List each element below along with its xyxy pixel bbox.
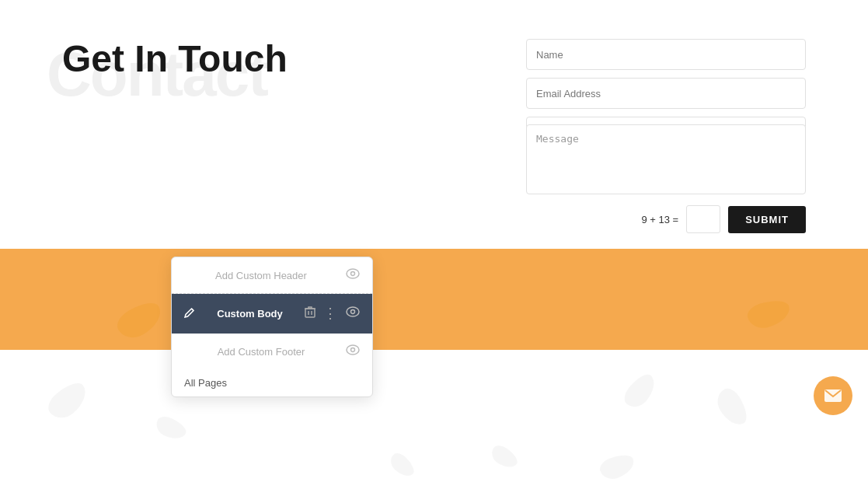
- bottom-section: [0, 372, 868, 489]
- message-input[interactable]: [526, 124, 806, 194]
- decorative-shape: [713, 385, 752, 430]
- chat-fab[interactable]: [814, 376, 852, 415]
- trash-icon[interactable]: [305, 306, 315, 320]
- decorative-shape: [387, 450, 418, 481]
- decorative-shape: [598, 451, 638, 483]
- form-footer: 9 + 13 = SUBMIT: [526, 205, 806, 233]
- submit-button[interactable]: SUBMIT: [728, 206, 806, 233]
- all-pages-row[interactable]: All Pages: [172, 369, 372, 396]
- decorative-shape: [745, 296, 793, 331]
- pencil-icon[interactable]: [184, 307, 195, 320]
- custom-body-row: Custom Body ⋮: [172, 294, 372, 334]
- decorative-shape: [113, 296, 167, 344]
- custom-footer-row: Add Custom Footer: [172, 334, 372, 369]
- svg-point-7: [351, 348, 355, 352]
- envelope-icon: [824, 389, 842, 402]
- decorative-shape: [620, 370, 661, 413]
- decorative-shape: [44, 377, 92, 424]
- contact-left: Contact Get In Touch: [62, 31, 479, 80]
- custom-body-label: Custom Body: [203, 308, 297, 320]
- svg-point-2: [351, 272, 355, 276]
- email-input[interactable]: [526, 78, 806, 109]
- svg-point-1: [347, 269, 359, 278]
- eye-icon-header[interactable]: [346, 268, 360, 282]
- eye-icon-body[interactable]: [346, 306, 360, 320]
- custom-header-label: Add Custom Header: [184, 270, 338, 281]
- captcha-text: 9 + 13 =: [641, 214, 678, 225]
- svg-rect-3: [305, 309, 315, 317]
- all-pages-label: All Pages: [184, 377, 227, 389]
- svg-point-6: [347, 345, 359, 355]
- eye-icon-footer[interactable]: [346, 344, 360, 358]
- svg-point-5: [351, 310, 355, 314]
- more-options-icon[interactable]: ⋮: [323, 305, 338, 322]
- decorative-shape: [153, 414, 189, 444]
- decorative-shape: [488, 442, 521, 473]
- message-area: 9 + 13 = SUBMIT: [526, 124, 806, 233]
- name-input[interactable]: [526, 39, 806, 70]
- captcha-input[interactable]: [686, 205, 720, 233]
- page-background: Contact Get In Touch Subject ▾ 9 + 13 = …: [0, 0, 868, 489]
- svg-point-4: [347, 307, 359, 316]
- overlay-panel: Add Custom Header Custom Body: [171, 257, 373, 397]
- custom-footer-label: Add Custom Footer: [184, 346, 338, 358]
- custom-header-row: Add Custom Header: [172, 257, 372, 294]
- contact-title: Get In Touch: [62, 39, 479, 80]
